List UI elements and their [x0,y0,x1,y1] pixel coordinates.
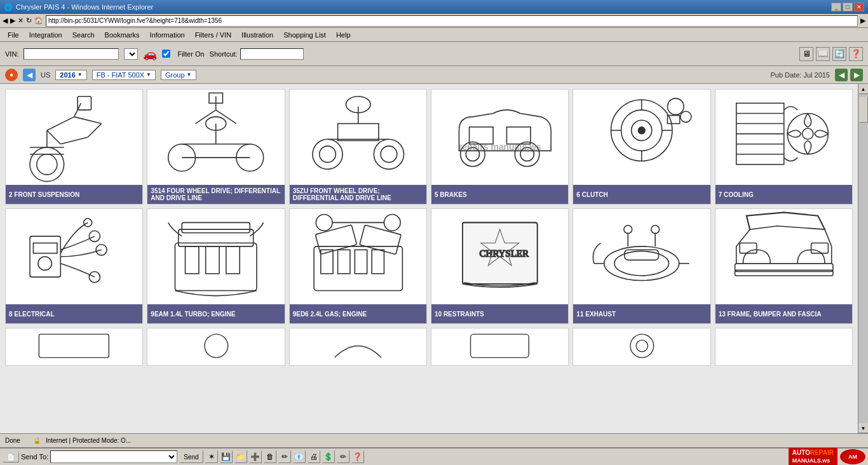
nav-prev-button[interactable]: ◀ [835,69,848,81]
maximize-button[interactable]: □ [843,3,853,11]
address-input[interactable] [46,15,858,27]
window-controls[interactable]: _ □ ✕ [831,3,864,11]
menu-shopping-list[interactable]: Shopping List [278,30,331,40]
svg-line-5 [47,130,60,144]
parts-grid-row2: 8 ELECTRICAL [5,208,853,324]
part-card-front-wheel-drive[interactable]: 35ZU FRONT WHEEL DRIVE; DIFFERENTIAL AND… [289,89,427,205]
task-icon-2[interactable]: 💾 [220,450,233,463]
svg-point-83 [614,251,669,276]
main-content: 2 FRONT SUSPENSION [0,84,858,433]
task-icon-4[interactable]: ➕ [249,450,262,463]
forward-btn[interactable]: ▶ [10,17,15,25]
scroll-up-button[interactable]: ▲ [858,84,869,94]
menu-integration[interactable]: Integration [24,30,67,40]
part-label-engine-24l: 9ED6 2.4L GAS; ENGINE [290,304,426,323]
monitor-icon[interactable]: 🖥 [799,47,813,61]
task-icon-9[interactable]: 💲 [322,450,335,463]
refresh-btn[interactable]: ↻ [26,17,32,25]
part-card-frame-bumper[interactable]: 13 FRAME, BUMPER AND FASCIA [715,208,853,324]
part-image-cooling [715,90,852,185]
menu-search[interactable]: Search [67,30,100,40]
refresh-icon[interactable]: 🔄 [832,47,846,61]
part-card-cooling[interactable]: 7 COOLING [715,89,853,205]
svg-line-4 [74,117,102,124]
autorepair-logo: AUTOREPAIRMANUALS.ws [789,448,837,465]
part-image-r3-1 [6,328,142,363]
part-card-front-suspension[interactable]: 2 FRONT SUSPENSION [5,89,143,205]
part-card-r3-6[interactable] [715,328,853,366]
task-icon-1[interactable]: ✶ [205,450,218,463]
menu-information[interactable]: Information [145,30,190,40]
part-card-r3-5[interactable] [573,328,710,366]
group-dropdown-arrow: ▼ [187,72,192,78]
taskbar-start[interactable]: 📄 [3,452,19,462]
filter-on-checkbox[interactable] [162,50,170,58]
task-icon-11[interactable]: ❓ [351,450,364,463]
svg-point-23 [319,146,336,163]
back-btn[interactable]: ◀ [3,17,8,25]
part-card-electrical[interactable]: 8 ELECTRICAL [5,208,143,324]
help-icon[interactable]: ❓ [849,47,863,61]
send-to-select[interactable] [50,450,177,463]
task-icon-3[interactable]: 📁 [234,450,247,463]
menu-file[interactable]: File [3,30,24,40]
task-icon-8[interactable]: 🖨 [308,450,320,463]
vin-input[interactable] [24,48,119,60]
nav-model-button[interactable]: FB - FIAT 500X ▼ [92,70,156,80]
nav-next-button[interactable]: ▶ [850,69,863,81]
home-btn[interactable]: 🏠 [34,17,43,25]
part-card-brakes[interactable]: 5 BRAKES repairs manuals.ws [431,89,569,205]
browser-icon: 🌐 [4,3,13,11]
shortcut-input[interactable] [240,48,304,60]
minimize-button[interactable]: _ [831,3,841,11]
part-card-engine-24l[interactable]: 9ED6 2.4L GAS; ENGINE [289,208,427,324]
part-label-cooling: 7 COOLING [715,185,852,204]
vin-go-icon[interactable]: 🚗 [143,47,157,61]
vertical-scrollbar[interactable]: ▲ ▼ [858,84,868,433]
task-icon-7[interactable]: 📧 [293,450,306,463]
part-card-restraints[interactable]: CHRYSLER 10 RESTRAINTS [431,208,569,324]
svg-point-61 [84,219,92,227]
home-nav-icon[interactable]: ● [5,69,18,81]
scroll-down-button[interactable]: ▼ [858,423,869,433]
task-icon-6[interactable]: ✏ [278,450,291,463]
part-card-r3-1[interactable] [5,328,143,366]
part-card-exhaust[interactable]: 11 EXHAUST [573,208,710,324]
scroll-track[interactable] [858,94,869,423]
part-card-r3-4[interactable] [431,328,569,366]
svg-rect-65 [186,246,199,274]
task-icon-5[interactable]: 🗑 [264,450,276,463]
send-button[interactable]: Send [179,450,203,463]
nav-back-button[interactable]: ◀ [23,69,36,81]
toolbar: VIN: 🚗 Filter On Shortcut: 🖥 📖 🔄 ❓ [0,42,868,66]
svg-point-35 [520,147,534,161]
svg-point-88 [624,226,632,234]
part-card-clutch[interactable]: 6 CLUTCH [573,89,710,205]
part-card-r3-3[interactable] [289,328,427,366]
svg-rect-67 [226,246,240,274]
nav-group-button[interactable]: Group ▼ [161,70,196,80]
part-label-electrical: 8 ELECTRICAL [6,304,142,323]
part-card-r3-2[interactable] [147,328,285,366]
part-card-four-wheel-drive[interactable]: 3514 FOUR WHEEL DRIVE; DIFFERENTIAL AND … [147,89,285,205]
svg-point-90 [651,226,660,234]
nav-year-button[interactable]: 2016 ▼ [55,70,86,80]
svg-point-32 [461,142,485,166]
menu-filters-vin[interactable]: Filters / VIN [190,30,236,40]
stop-btn[interactable]: ✕ [18,17,24,25]
part-label-clutch: 6 CLUTCH [573,185,710,204]
go-btn[interactable]: ▶ [860,17,865,25]
svg-point-22 [313,139,342,169]
menu-help[interactable]: Help [331,30,356,40]
nav-bar: ● ◀ US 2016 ▼ FB - FIAT 500X ▼ Group ▼ P… [0,66,868,84]
vin-select[interactable] [124,48,138,60]
menu-bookmarks[interactable]: Bookmarks [100,30,145,40]
svg-point-54 [802,128,813,139]
zone-icon: 🔒 [33,437,41,444]
task-icon-10[interactable]: ✏ [337,450,349,463]
close-button[interactable]: ✕ [854,3,864,11]
scroll-thumb[interactable] [859,97,868,123]
menu-illustration[interactable]: Illustration [236,30,278,40]
part-card-engine-14l[interactable]: 9EAM 1.4L TURBO; ENGINE [147,208,285,324]
book-icon[interactable]: 📖 [816,47,830,61]
